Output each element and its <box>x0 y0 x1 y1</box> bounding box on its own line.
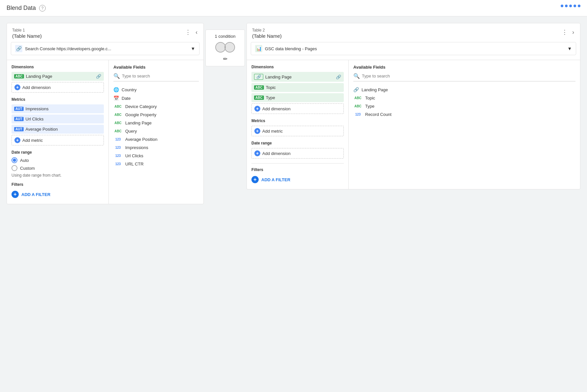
table2-field-topic[interactable]: ABC Topic <box>353 94 575 102</box>
table1-dimensions-label: Dimensions <box>12 65 104 69</box>
join-condition-text: 1 condition <box>210 34 240 39</box>
table1-available-fields: Available Fields 🔍 🌐 Country 📅 Date <box>109 60 203 204</box>
table1-met-name-2: Url Clicks <box>26 117 44 121</box>
table1-collapse-button[interactable]: ‹ <box>195 28 198 36</box>
table2-dropdown-arrow: ▼ <box>567 46 572 51</box>
table2-field-recordcount[interactable]: 123 Record Count <box>353 110 575 119</box>
table2-metrics-label: Metrics <box>251 119 344 123</box>
table2-add-met-label: Add metric <box>262 129 283 134</box>
table1-field-country-icon: 🌐 <box>113 87 119 92</box>
table2-panel: Table 2 (Table Name) ⋮ › 📊 GSC data blen… <box>247 23 580 189</box>
table1-add-metric-button[interactable]: + Add metric <box>12 135 104 145</box>
table1-filters-section: Filters + ADD A FILTER <box>12 182 104 199</box>
table1-actions: ⋮ ‹ <box>184 28 198 36</box>
table1-field-device-badge: ABC <box>113 105 123 108</box>
table2-dim-lp-link: 🔗 <box>336 75 341 79</box>
dot-3 <box>569 5 572 7</box>
dot-5 <box>578 5 580 7</box>
table1-more-button[interactable]: ⋮ <box>184 28 192 36</box>
table1-field-list: 🌐 Country 📅 Date ABC Device Category ABC… <box>113 85 199 168</box>
table1-name: (Table Name) <box>12 33 42 39</box>
table1-metric-avgpos: AUT Average Position <box>12 125 104 134</box>
table1-field-country[interactable]: 🌐 Country <box>113 85 199 94</box>
dot-2 <box>565 5 568 7</box>
table2-add-date-dim-button[interactable]: + Add dimension <box>251 148 344 159</box>
table2-dim-type: ABC Type <box>251 93 344 102</box>
table1-datasource-selector[interactable]: 🔗 Search Console https://developers.goog… <box>11 42 200 55</box>
table1-field-googleprop-name: Google Property <box>125 112 156 117</box>
table2-dim-type-badge: ABC <box>254 96 264 100</box>
table1-field-date[interactable]: 📅 Date <box>113 94 199 102</box>
table1-field-date-icon: 📅 <box>113 96 119 101</box>
table2-date-range-section: Date range + Add dimension <box>251 141 344 159</box>
table1-date-hint: Using date range from chart. <box>12 173 104 178</box>
table2-datasource-selector[interactable]: 📊 GSC data blending - Pages ▼ <box>251 42 576 55</box>
table2-collapse-button[interactable]: › <box>572 28 575 36</box>
table2-add-filter-button[interactable]: + ADD A FILTER <box>251 175 290 185</box>
table1-add-dimension-button[interactable]: + Add dimension <box>12 82 104 93</box>
table1-date-range-section: Date range Auto Custom Using date range … <box>12 150 104 178</box>
table1-field-googleprop[interactable]: ABC Google Property <box>113 111 199 119</box>
table1-field-avgpos-name: Average Position <box>125 137 157 142</box>
table2-add-dimension-button[interactable]: + Add dimension <box>251 103 344 114</box>
table2-search-input[interactable] <box>362 74 575 78</box>
table2-add-metric-button[interactable]: + Add metric <box>251 126 344 136</box>
table1-search-input[interactable] <box>122 74 199 78</box>
table2-dim-landingpage: 🔗 Landing Page 🔗 <box>251 72 344 82</box>
table2-datasource-icon: 📊 <box>255 45 262 52</box>
table1-dim-name: Landing Page <box>26 74 94 79</box>
table1-dim-link-icon: 🔗 <box>96 74 101 79</box>
table1-auto-radio[interactable]: Auto <box>12 157 104 163</box>
table1-add-dim-label: Add dimension <box>22 85 51 90</box>
table1-field-urlctr-badge: 123 <box>113 162 123 166</box>
table2-fields-label: Available Fields <box>353 65 575 70</box>
table2-dim-lp-name: Landing Page <box>265 75 334 79</box>
table1-custom-radio-outer <box>12 165 17 171</box>
table1-field-urlctr[interactable]: 123 URL CTR <box>113 160 199 168</box>
table1-field-urlclicks-badge: 123 <box>113 154 123 158</box>
table1-auto-radio-inner <box>13 159 16 162</box>
table2-dim-topic-name: Topic <box>266 85 341 90</box>
table2-dim-topic-badge: ABC <box>254 85 264 90</box>
table1-field-urlclicks[interactable]: 123 Url Clicks <box>113 152 199 160</box>
table1-dim-badge: ABC <box>14 74 24 78</box>
table1-auto-radio-outer <box>12 157 17 163</box>
table1-add-met-label: Add metric <box>22 138 43 143</box>
table2-field-type[interactable]: ABC Type <box>353 102 575 110</box>
table1-field-avgpos[interactable]: 123 Average Position <box>113 135 199 143</box>
table1-field-landingpage[interactable]: ABC Landing Page <box>113 119 199 127</box>
table1-field-urlctr-name: URL CTR <box>125 162 144 166</box>
table1-field-urlclicks-name: Url Clicks <box>125 153 143 158</box>
table2-body: Dimensions 🔗 Landing Page 🔗 ABC Topic AB… <box>247 60 580 189</box>
table1-search-icon: 🔍 <box>113 73 120 79</box>
table2-more-button[interactable]: ⋮ <box>561 28 568 36</box>
table2-name: (Table Name) <box>252 33 282 39</box>
dot-4 <box>574 5 576 7</box>
table2-search-icon: 🔍 <box>353 73 360 79</box>
table1-add-filter-label: ADD A FILTER <box>21 192 50 197</box>
table1-field-query[interactable]: ABC Query <box>113 127 199 135</box>
table1-custom-radio[interactable]: Custom <box>12 165 104 171</box>
join-edit-button[interactable]: ✏ <box>223 56 227 62</box>
help-button[interactable]: ? <box>39 5 46 11</box>
table1-field-device-name: Device Category <box>125 104 157 109</box>
table1-met-name-3: Average Position <box>26 127 58 132</box>
table1-field-impressions[interactable]: 123 Impressions <box>113 143 199 152</box>
table1-datasource-icon: 🔗 <box>15 45 22 52</box>
table2-dim-topic: ABC Topic <box>251 83 344 92</box>
table2-available-fields: Available Fields 🔍 🔗 Landing Page ABC To… <box>349 60 580 189</box>
table1-field-device[interactable]: ABC Device Category <box>113 102 199 111</box>
table1-met-name-1: Impressions <box>26 106 49 111</box>
table2-search-box: 🔍 <box>353 73 575 81</box>
table1-field-impressions-badge: 123 <box>113 146 123 149</box>
table2-field-lp-name: Landing Page <box>362 87 388 92</box>
table2-filter-plus-icon: + <box>251 176 259 183</box>
table1-add-met-circle: + <box>14 137 20 143</box>
table1-field-query-name: Query <box>125 129 137 134</box>
table1-add-filter-button[interactable]: + ADD A FILTER <box>12 189 50 199</box>
table2-date-range-label: Date range <box>251 141 344 145</box>
table2-field-landingpage[interactable]: 🔗 Landing Page <box>353 85 575 94</box>
table2-add-met-circle: + <box>254 128 260 134</box>
table1-auto-label: Auto <box>20 158 29 163</box>
table1-search-box: 🔍 <box>113 73 199 81</box>
